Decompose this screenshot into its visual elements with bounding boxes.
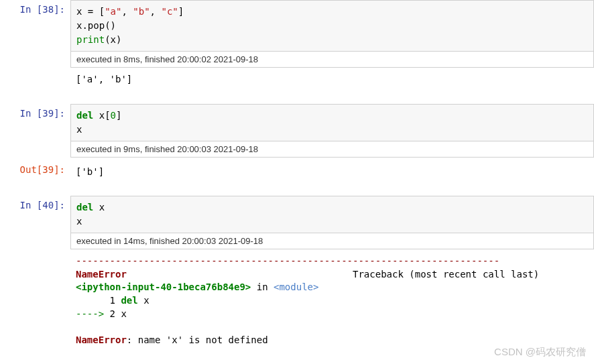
cell-40: In [40]: del x x executed in 14ms, finis… (0, 196, 594, 355)
output-text: ['a', 'b'] (70, 68, 594, 95)
cell-38: In [38]: x = ["a", "b", "c"] x.pop() pri… (0, 0, 594, 95)
in-prompt: In [38]: (0, 0, 70, 15)
cell-content: del x x executed in 14ms, finished 20:00… (70, 196, 594, 355)
cell-output: ['b'] (70, 160, 594, 187)
cell-39: In [39]: del x[0] x executed in 9ms, fin… (0, 104, 594, 158)
execution-info: executed in 8ms, finished 20:00:02 2021-… (70, 52, 594, 68)
in-prompt: In [40]: (0, 196, 70, 210)
code-input[interactable]: del x x (70, 196, 594, 233)
cell-content: del x[0] x executed in 9ms, finished 20:… (70, 104, 594, 158)
in-prompt: In [39]: (0, 104, 70, 119)
output-text: ['b'] (70, 160, 594, 187)
cell-content: x = ["a", "b", "c"] x.pop() print(x) exe… (70, 0, 594, 95)
watermark: CSDN @码农研究僧 (494, 346, 586, 357)
cell-39-out: Out[39]: ['b'] (0, 160, 594, 187)
code-input[interactable]: x = ["a", "b", "c"] x.pop() print(x) (70, 0, 594, 52)
execution-info: executed in 14ms, finished 20:00:03 2021… (70, 233, 594, 249)
out-prompt: Out[39]: (0, 160, 70, 175)
execution-info: executed in 9ms, finished 20:00:03 2021-… (70, 141, 594, 158)
code-input[interactable]: del x[0] x (70, 104, 594, 141)
error-output: ----------------------------------------… (70, 249, 594, 355)
